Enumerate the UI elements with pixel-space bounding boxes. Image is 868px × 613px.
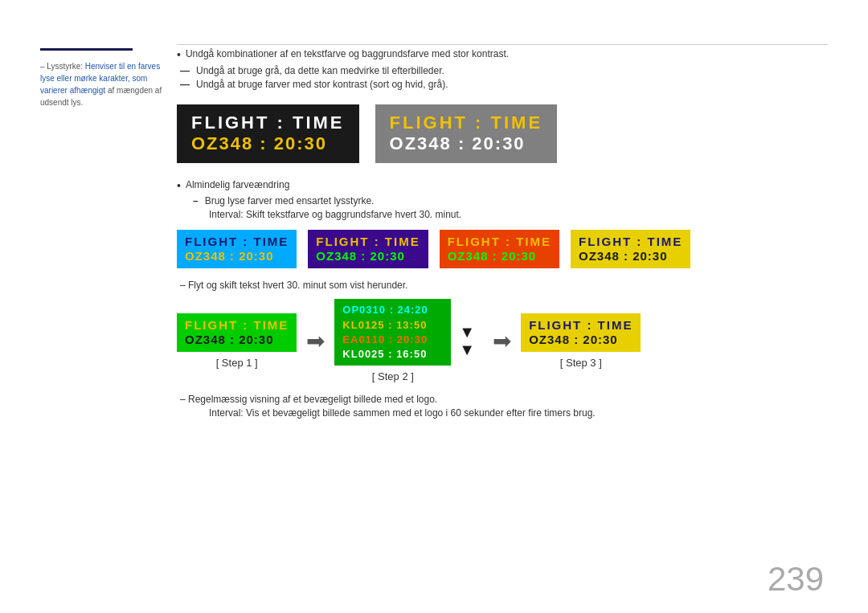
- bullet-dot-1: •: [177, 48, 181, 62]
- bullet-2-text: Almindelig farveændring: [186, 179, 289, 190]
- step1-label: [ Step 1 ]: [216, 357, 258, 369]
- display-dark: FLIGHT : TIME OZ348 : 20:30: [177, 104, 359, 163]
- display-gray: FLIGHT : TIME OZ348 : 20:30: [375, 104, 558, 163]
- display-step1: FLIGHT : TIME OZ348 : 20:30: [177, 313, 297, 352]
- sub-bullet-2-text: Interval: Skift tekstfarve og baggrundsf…: [209, 209, 461, 220]
- top-rule: [177, 44, 828, 45]
- sidebar-prefix: – Lysstyrke:: [40, 62, 85, 71]
- sub-bullet-2: Interval: Skift tekstfarve og baggrundsf…: [177, 209, 828, 220]
- step2-line2: KL0125 : 13:50: [342, 318, 443, 333]
- display-step3: FLIGHT : TIME OZ348 : 20:30: [521, 313, 641, 352]
- dash-symbol-2: —: [180, 79, 190, 90]
- step1-row2: OZ348 : 20:30: [185, 333, 289, 347]
- bullets-section-1: • Undgå kombinationer af en tekstfarve o…: [177, 48, 828, 90]
- display-dark-row2: OZ348 : 20:30: [191, 133, 345, 154]
- sidebar-rule: [40, 48, 133, 51]
- display-cyan: FLIGHT : TIME OZ348 : 20:30: [177, 230, 297, 268]
- display-yellow-row1: FLIGHT : TIME: [579, 235, 682, 249]
- sidebar-text: – Lysstyrke: Henviser til en farves lyse…: [40, 60, 165, 108]
- display-orange-row2: OZ348 : 20:30: [448, 249, 551, 264]
- step3-row1: FLIGHT : TIME: [529, 318, 633, 333]
- bullets-section-2: • Almindelig farveændring – Brug lyse fa…: [177, 179, 828, 221]
- sidebar: – Lysstyrke: Henviser til en farves lyse…: [40, 48, 165, 108]
- bullet-dot-2: •: [177, 179, 181, 193]
- bullet-1: • Undgå kombinationer af en tekstfarve o…: [177, 48, 828, 62]
- main-content: • Undgå kombinationer af en tekstfarve o…: [177, 48, 828, 421]
- step2-line3: EA0110 : 20:30: [342, 333, 443, 347]
- dash-1: — Undgå at bruge grå, da dette kan medvi…: [177, 65, 828, 76]
- display-purple-row1: FLIGHT : TIME: [316, 235, 420, 249]
- display-cyan-row1: FLIGHT : TIME: [185, 235, 289, 249]
- dash-1-text: Undgå at bruge grå, da dette kan medvirk…: [196, 65, 444, 76]
- step-2-block: OP0310 : 24:20 KL0125 : 13:50 EA0110 : 2…: [334, 299, 451, 382]
- page-number: 239: [768, 560, 824, 599]
- sub-bullet-1: – Brug lyse farver med ensartet lysstyrk…: [177, 195, 828, 206]
- section3-dash-text: – Flyt og skift tekst hvert 30. minut so…: [180, 280, 407, 291]
- dash-2-text: Undgå at bruge farver med stor kontrast …: [196, 79, 448, 90]
- step-1-block: FLIGHT : TIME OZ348 : 20:30 [ Step 1 ]: [177, 313, 297, 369]
- arrow-down-icon-2: ▼: [459, 341, 475, 358]
- arrow-right-icon-2: ➡: [493, 328, 511, 354]
- display-purple-row2: OZ348 : 20:30: [316, 249, 420, 264]
- display-orange: FLIGHT : TIME OZ348 : 20:30: [440, 230, 559, 268]
- dash-symbol-1: —: [180, 65, 190, 76]
- step3-row2: OZ348 : 20:30: [529, 333, 633, 347]
- section4-main: – Regelmæssig visning af et bevægeligt b…: [177, 394, 828, 405]
- step2-line4: KL0025 : 16:50: [342, 347, 443, 362]
- sub-bullet-1-text: Brug lyse farver med ensartet lysstyrke.: [205, 195, 375, 206]
- display-yellow-row2: OZ348 : 20:30: [579, 249, 682, 264]
- step-3-block: FLIGHT : TIME OZ348 : 20:30 [ Step 3 ]: [521, 313, 641, 369]
- display-purple: FLIGHT : TIME OZ348 : 20:30: [308, 230, 428, 268]
- large-displays-section: FLIGHT : TIME OZ348 : 20:30 FLIGHT : TIM…: [177, 104, 828, 163]
- arrow-2: ➡: [483, 328, 521, 354]
- arrows-down-block: ▼ ▼: [451, 324, 483, 358]
- display-gray-row2: OZ348 : 20:30: [390, 133, 543, 154]
- section4-sub: Interval: Vis et bevægeligt billede samm…: [177, 407, 828, 419]
- display-orange-row1: FLIGHT : TIME: [448, 235, 551, 249]
- arrow-right-icon: ➡: [306, 328, 325, 354]
- bullet-2-main: • Almindelig farveændring: [177, 179, 828, 193]
- steps-container: FLIGHT : TIME OZ348 : 20:30 [ Step 1 ] ➡…: [177, 299, 828, 382]
- step3-label: [ Step 3 ]: [560, 357, 602, 369]
- bullets-section-4: – Regelmæssig visning af et bevægeligt b…: [177, 394, 828, 419]
- step1-row1: FLIGHT : TIME: [185, 318, 289, 333]
- sub-dash-1: –: [193, 195, 199, 206]
- arrow-1: ➡: [297, 328, 334, 354]
- step2-label: [ Step 2 ]: [372, 370, 414, 382]
- display-step2: OP0310 : 24:20 KL0125 : 13:50 EA0110 : 2…: [334, 299, 451, 366]
- section4-main-text: – Regelmæssig visning af et bevægeligt b…: [180, 394, 437, 405]
- display-dark-row1: FLIGHT : TIME: [191, 112, 345, 133]
- section4-sub-text: Interval: Vis et bevægeligt billede samm…: [209, 407, 596, 419]
- arrow-down-icon-1: ▼: [459, 324, 475, 340]
- display-gray-row1: FLIGHT : TIME: [390, 112, 543, 133]
- display-cyan-row2: OZ348 : 20:30: [185, 249, 289, 264]
- step2-line1: OP0310 : 24:20: [342, 303, 443, 317]
- section3-dash: – Flyt og skift tekst hvert 30. minut so…: [177, 280, 828, 291]
- small-displays-row: FLIGHT : TIME OZ348 : 20:30 FLIGHT : TIM…: [177, 230, 828, 268]
- bullet-1-text: Undgå kombinationer af en tekstfarve og …: [186, 48, 509, 59]
- display-yellow: FLIGHT : TIME OZ348 : 20:30: [571, 230, 690, 268]
- dash-2: — Undgå at bruge farver med stor kontras…: [177, 79, 828, 90]
